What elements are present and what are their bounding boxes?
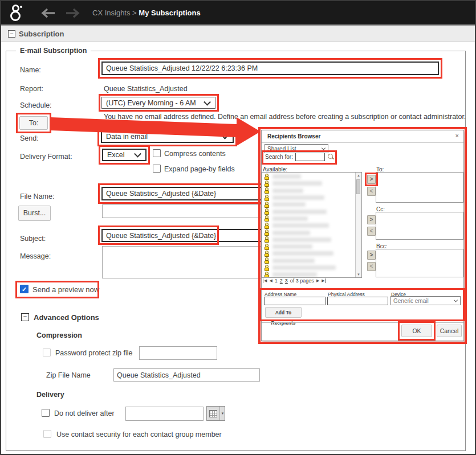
- expand-page-by-checkbox[interactable]: [153, 165, 161, 173]
- available-recipient-row[interactable]: [263, 243, 355, 250]
- scrollbar-thumb[interactable]: [356, 179, 360, 194]
- send-value: Data in email: [106, 133, 148, 141]
- move-to-right-button[interactable]: >: [367, 175, 376, 184]
- available-recipient-row[interactable]: [263, 250, 355, 257]
- chevron-down-icon: [454, 298, 458, 302]
- person-icon: [264, 244, 269, 250]
- collapse-advanced-icon[interactable]: −: [21, 313, 29, 321]
- burst-button[interactable]: Burst...: [18, 206, 51, 221]
- available-recipient-row[interactable]: [263, 187, 355, 194]
- dialog-title: Recipients Browser: [267, 133, 320, 140]
- next-page-icon[interactable]: ▶: [316, 278, 319, 283]
- person-icon: [264, 187, 269, 194]
- move-cc-right-button[interactable]: >: [367, 215, 376, 224]
- available-scrollbar[interactable]: ▲ ▼: [355, 173, 361, 277]
- available-recipient-row[interactable]: [263, 215, 355, 222]
- search-input[interactable]: [295, 153, 325, 161]
- last-page-icon[interactable]: ▶: [322, 278, 326, 283]
- to-button[interactable]: To:: [19, 116, 48, 130]
- contact-security-checkbox: [43, 430, 51, 438]
- password-protect-checkbox: [43, 349, 51, 356]
- available-listbox[interactable]: ▲ ▼: [262, 172, 362, 278]
- available-recipient-row[interactable]: [263, 194, 355, 201]
- prev-page-icon[interactable]: ◀: [269, 278, 272, 283]
- person-icon: [264, 174, 269, 180]
- zip-file-name-input[interactable]: [113, 368, 260, 382]
- zip-file-name-label: Zip File Name: [46, 371, 91, 379]
- available-recipient-row[interactable]: [263, 222, 355, 229]
- search-icon[interactable]: [328, 154, 333, 159]
- delivery-format-label: Delivery Format:: [20, 153, 72, 161]
- move-cc-left-button[interactable]: <: [367, 227, 376, 236]
- subject-label: Subject:: [20, 235, 46, 243]
- forward-arrow-icon: [65, 8, 80, 18]
- cc-listbox[interactable]: [376, 212, 463, 240]
- do-not-deliver-date-input[interactable]: [125, 407, 204, 421]
- subscription-section-label: Subscription: [19, 30, 64, 38]
- available-recipient-row[interactable]: [263, 257, 355, 264]
- move-to-left-button[interactable]: <: [367, 187, 376, 196]
- do-not-deliver-checkbox[interactable]: [42, 409, 50, 417]
- ok-button[interactable]: OK: [401, 325, 432, 337]
- person-icon: [264, 257, 269, 264]
- bcc-listbox[interactable]: [376, 249, 463, 277]
- move-bcc-left-button[interactable]: <: [367, 262, 376, 271]
- compress-contents-checkbox[interactable]: [153, 149, 161, 157]
- chevron-down-icon: [221, 132, 229, 139]
- redacted-recipient-name: [272, 174, 301, 179]
- redacted-recipient-name: [272, 237, 331, 242]
- available-recipient-row[interactable]: [263, 264, 355, 271]
- page-number-1[interactable]: 1: [275, 278, 278, 284]
- send-preview-checkbox[interactable]: ✓: [20, 285, 29, 293]
- page-number-3[interactable]: 3: [285, 278, 288, 284]
- address-name-input[interactable]: [264, 297, 326, 305]
- report-value: Queue Statistics_Adjusted: [104, 85, 188, 93]
- subscription-section-bar: [1, 24, 475, 42]
- schedule-select[interactable]: (UTC) Every Morning - 6 AM: [101, 97, 215, 109]
- available-recipient-row[interactable]: [263, 180, 355, 187]
- scroll-down-icon[interactable]: ▼: [356, 273, 361, 276]
- breadcrumb-root[interactable]: CX Insights: [92, 9, 130, 17]
- physical-address-input[interactable]: [327, 297, 388, 305]
- redacted-recipient-name: [272, 231, 310, 235]
- first-page-icon[interactable]: ◀: [263, 278, 267, 283]
- available-recipient-row[interactable]: [263, 208, 355, 215]
- collapse-subscription-icon[interactable]: −: [8, 30, 15, 38]
- send-preview-label: Send a preview now: [32, 285, 99, 294]
- available-recipient-row[interactable]: [263, 201, 355, 208]
- device-select[interactable]: Generic email: [390, 296, 461, 305]
- redacted-recipient-name: [272, 265, 336, 270]
- person-icon: [264, 229, 269, 236]
- breadcrumb-separator: >: [132, 9, 137, 17]
- cancel-button[interactable]: Cancel: [437, 325, 462, 337]
- name-input[interactable]: [101, 62, 439, 75]
- person-icon: [264, 202, 269, 208]
- available-recipient-row[interactable]: [263, 173, 355, 180]
- page-number-2[interactable]: 2: [280, 278, 283, 284]
- delivery-format-select[interactable]: Excel: [102, 149, 147, 161]
- move-bcc-right-button[interactable]: >: [367, 251, 376, 260]
- back-arrow-icon[interactable]: [41, 8, 56, 18]
- close-icon[interactable]: ×: [455, 132, 459, 139]
- chevron-down-icon: [134, 150, 141, 158]
- available-recipient-row[interactable]: [263, 271, 355, 277]
- do-not-deliver-label: Do not deliver after: [54, 409, 115, 417]
- add-to-recipients-button[interactable]: Add To Recipients: [265, 307, 302, 318]
- schedule-label: Schedule:: [20, 101, 52, 109]
- available-recipient-row[interactable]: [263, 236, 355, 243]
- breadcrumb: CX Insights > My Subscriptions: [92, 9, 201, 17]
- send-select[interactable]: Data in email: [101, 130, 234, 143]
- report-label: Report:: [20, 85, 43, 93]
- redacted-recipient-name: [272, 272, 317, 277]
- scroll-up-icon[interactable]: ▲: [356, 174, 361, 177]
- person-icon: [264, 251, 269, 257]
- schedule-value: (UTC) Every Morning - 6 AM: [106, 99, 196, 107]
- redacted-recipient-name: [272, 251, 333, 256]
- to-listbox[interactable]: [376, 172, 463, 203]
- person-icon: [264, 223, 269, 229]
- redacted-recipient-name: [272, 259, 315, 263]
- shared-list-select[interactable]: Shared List: [265, 144, 328, 153]
- date-picker-button[interactable]: ▼: [206, 406, 225, 421]
- available-recipient-row[interactable]: [263, 229, 355, 236]
- send-label: Send:: [20, 134, 39, 142]
